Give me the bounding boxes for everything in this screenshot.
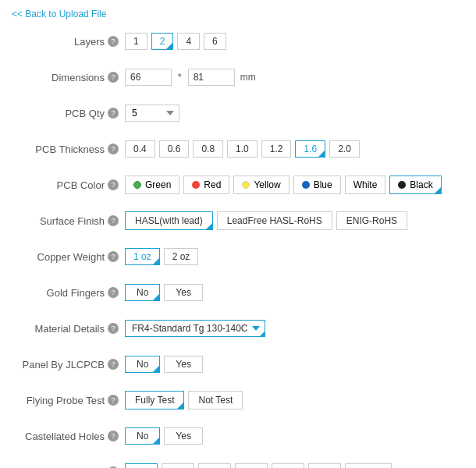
layers-help-icon[interactable]: ? bbox=[108, 36, 119, 47]
copper-weight-row: Copper Weight ? 1 oz 2 oz bbox=[12, 244, 464, 269]
castellated-holes-controls: No Yes bbox=[125, 427, 203, 445]
material-details-row: Material Details ? FR4-Standard Tg 130-1… bbox=[12, 316, 464, 341]
design-input-4[interactable] bbox=[235, 463, 268, 468]
castellated-holes-help-icon[interactable]: ? bbox=[108, 431, 119, 441]
surface-hasl-lead[interactable]: HASL(with lead) bbox=[125, 211, 213, 230]
design-input-2[interactable] bbox=[162, 463, 194, 468]
different-design-controls bbox=[125, 463, 392, 468]
thickness-0.4[interactable]: 0.4 bbox=[125, 140, 155, 158]
pcb-qty-row: PCB Qty ? 5 10 15 20 25 30 50 75 100 bbox=[12, 101, 464, 126]
green-dot bbox=[133, 181, 141, 189]
castellated-holes-label: Castellated Holes ? bbox=[12, 431, 125, 442]
design-input-custom[interactable] bbox=[345, 463, 392, 468]
castellated-no[interactable]: No bbox=[125, 427, 160, 445]
back-to-upload-link[interactable]: << Back to Upload File bbox=[12, 9, 106, 20]
copper-weight-controls: 1 oz 2 oz bbox=[125, 248, 198, 265]
color-yellow[interactable]: Yellow bbox=[233, 176, 289, 194]
dimensions-label: Dimensions ? bbox=[12, 72, 125, 83]
material-details-label: Material Details ? bbox=[12, 323, 125, 335]
gold-fingers-help-icon[interactable]: ? bbox=[108, 287, 119, 298]
panel-yes[interactable]: Yes bbox=[164, 356, 203, 373]
thickness-2.0[interactable]: 2.0 bbox=[329, 140, 360, 158]
yellow-dot bbox=[242, 181, 250, 189]
panel-by-jlcpcb-label: Panel By JLCPCB ? bbox=[12, 359, 125, 370]
thickness-1.0[interactable]: 1.0 bbox=[227, 140, 258, 158]
surface-leadfree-hasl[interactable]: LeadFree HASL-RoHS bbox=[217, 211, 332, 230]
thickness-1.2[interactable]: 1.2 bbox=[261, 140, 292, 158]
copper-weight-label: Copper Weight ? bbox=[12, 251, 125, 263]
gold-fingers-controls: No Yes bbox=[125, 284, 203, 301]
gold-fingers-yes[interactable]: Yes bbox=[164, 284, 203, 301]
dimensions-row: Dimensions ? * mm bbox=[12, 65, 464, 90]
panel-by-jlcpcb-controls: No Yes bbox=[125, 356, 203, 373]
black-dot bbox=[398, 181, 406, 189]
different-design-row: Different Design ? bbox=[12, 459, 464, 468]
layers-label: Layers ? bbox=[12, 36, 125, 48]
layers-row: Layers ? 1 2 4 6 bbox=[12, 29, 464, 54]
copper-weight-help-icon[interactable]: ? bbox=[108, 251, 119, 262]
probe-fully-test[interactable]: Fully Test bbox=[125, 391, 184, 410]
dimensions-help-icon[interactable]: ? bbox=[108, 72, 119, 83]
thickness-1.6[interactable]: 1.6 bbox=[295, 140, 325, 158]
dimensions-width-input[interactable] bbox=[125, 69, 172, 86]
surface-finish-help-icon[interactable]: ? bbox=[108, 215, 119, 226]
thickness-0.8[interactable]: 0.8 bbox=[193, 140, 223, 158]
panel-by-jlcpcb-help-icon[interactable]: ? bbox=[108, 359, 119, 370]
flying-probe-test-label: Flying Probe Test ? bbox=[12, 395, 125, 406]
color-white[interactable]: White bbox=[345, 176, 386, 194]
pcb-color-controls: Green Red Yellow Blue White Black bbox=[125, 176, 442, 194]
dimensions-unit: mm bbox=[240, 72, 256, 83]
color-blue[interactable]: Blue bbox=[293, 176, 341, 194]
dimensions-separator: * bbox=[178, 72, 182, 83]
material-details-select[interactable]: FR4-Standard Tg 130-140C FR4-High Tg 170… bbox=[125, 320, 265, 337]
copper-1oz[interactable]: 1 oz bbox=[125, 248, 160, 265]
flying-probe-test-help-icon[interactable]: ? bbox=[108, 395, 119, 406]
pcb-thickness-help-icon[interactable]: ? bbox=[108, 144, 119, 154]
design-input-6[interactable] bbox=[308, 463, 341, 468]
pcb-qty-controls: 5 10 15 20 25 30 50 75 100 bbox=[125, 105, 179, 122]
layers-option-4[interactable]: 4 bbox=[177, 33, 200, 50]
pcb-color-row: PCB Color ? Green Red Yellow Blue White … bbox=[12, 172, 464, 197]
flying-probe-test-controls: Fully Test Not Test bbox=[125, 391, 243, 410]
design-input-3[interactable] bbox=[198, 463, 231, 468]
thickness-0.6[interactable]: 0.6 bbox=[159, 140, 190, 158]
blue-dot bbox=[302, 181, 310, 189]
surface-enig[interactable]: ENIG-RoHS bbox=[336, 211, 407, 230]
panel-by-jlcpcb-row: Panel By JLCPCB ? No Yes bbox=[12, 352, 464, 377]
color-red[interactable]: Red bbox=[183, 176, 229, 194]
material-details-help-icon[interactable]: ? bbox=[108, 323, 119, 334]
surface-finish-row: Surface Finish ? HASL(with lead) LeadFre… bbox=[12, 208, 464, 233]
panel-no[interactable]: No bbox=[125, 356, 160, 373]
surface-finish-controls: HASL(with lead) LeadFree HASL-RoHS ENIG-… bbox=[125, 211, 407, 230]
color-black[interactable]: Black bbox=[389, 176, 441, 194]
castellated-holes-row: Castellated Holes ? No Yes bbox=[12, 424, 464, 448]
gold-fingers-no[interactable]: No bbox=[125, 284, 160, 301]
material-details-controls: FR4-Standard Tg 130-140C FR4-High Tg 170… bbox=[125, 320, 265, 337]
pcb-qty-label: PCB Qty ? bbox=[12, 108, 125, 119]
pcb-qty-select[interactable]: 5 10 15 20 25 30 50 75 100 bbox=[125, 105, 179, 122]
material-select-wrapper: FR4-Standard Tg 130-140C FR4-High Tg 170… bbox=[125, 320, 265, 337]
flying-probe-test-row: Flying Probe Test ? Fully Test Not Test bbox=[12, 388, 464, 413]
pcb-color-help-icon[interactable]: ? bbox=[108, 179, 119, 190]
copper-2oz[interactable]: 2 oz bbox=[164, 248, 199, 265]
layers-option-2[interactable]: 2 bbox=[151, 33, 174, 50]
gold-fingers-label: Gold Fingers ? bbox=[12, 287, 125, 299]
dimensions-controls: * mm bbox=[125, 69, 256, 86]
layers-option-1[interactable]: 1 bbox=[125, 33, 147, 50]
design-input-1[interactable] bbox=[125, 463, 158, 468]
gold-fingers-row: Gold Fingers ? No Yes bbox=[12, 280, 464, 305]
pcb-thickness-label: PCB Thickness ? bbox=[12, 144, 125, 155]
pcb-thickness-controls: 0.4 0.6 0.8 1.0 1.2 1.6 2.0 bbox=[125, 140, 360, 158]
red-dot bbox=[192, 181, 200, 189]
layers-option-6[interactable]: 6 bbox=[204, 33, 226, 50]
color-green[interactable]: Green bbox=[125, 176, 179, 194]
surface-finish-label: Surface Finish ? bbox=[12, 215, 125, 227]
layers-controls: 1 2 4 6 bbox=[125, 33, 226, 50]
probe-not-test[interactable]: Not Test bbox=[188, 391, 243, 410]
pcb-thickness-row: PCB Thickness ? 0.4 0.6 0.8 1.0 1.2 1.6 … bbox=[12, 136, 464, 161]
castellated-yes[interactable]: Yes bbox=[164, 427, 203, 445]
pcb-qty-help-icon[interactable]: ? bbox=[108, 108, 119, 119]
design-input-5[interactable] bbox=[272, 463, 304, 468]
pcb-color-label: PCB Color ? bbox=[12, 179, 125, 191]
dimensions-height-input[interactable] bbox=[188, 69, 235, 86]
